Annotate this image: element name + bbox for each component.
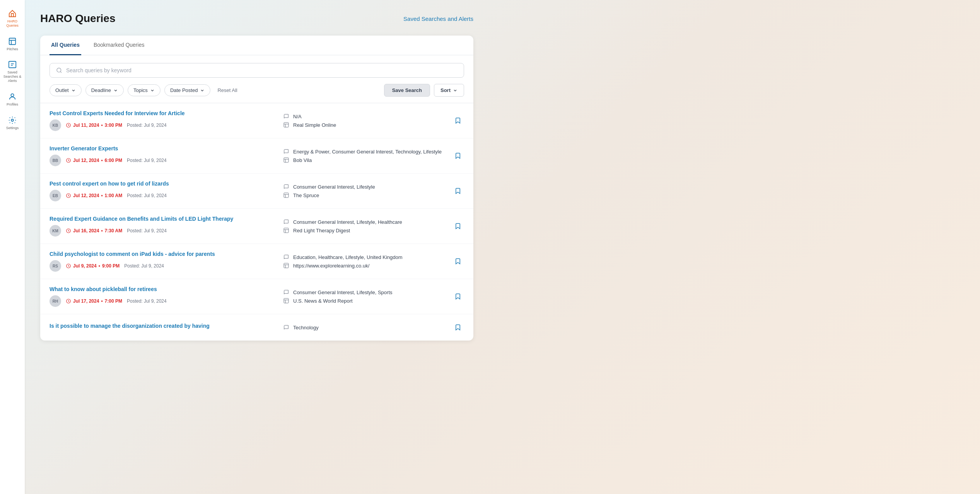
save-search-button[interactable]: Save Search (384, 84, 430, 97)
deadline-badge: Jul 12, 2024 • 6:00 PM (66, 158, 122, 163)
saved-searches-link[interactable]: Saved Searches and Alerts (403, 15, 473, 22)
date-posted-filter[interactable]: Date Posted (164, 84, 211, 96)
topics-filter[interactable]: Topics (128, 84, 160, 96)
outlet-icon (283, 122, 289, 128)
sidebar-item-pitches[interactable]: Pitches (2, 34, 23, 55)
clock-icon (66, 228, 71, 233)
avatar: RH (50, 295, 61, 307)
outlet-text: Real Simple Online (293, 122, 336, 128)
table-row: What to know about pickleball for retire… (40, 279, 473, 314)
bookmark-button[interactable] (452, 255, 464, 267)
search-bar (50, 63, 464, 78)
tab-bookmarked-queries[interactable]: Bookmarked Queries (92, 36, 146, 55)
outlet-text: Red Light Therapy Digest (293, 228, 350, 233)
query-main: Pest control expert on how to get rid of… (50, 181, 277, 201)
chevron-down-icon (200, 88, 205, 93)
bookmark-button[interactable] (452, 114, 464, 127)
query-list: Pest Control Experts Needed for Intervie… (40, 103, 473, 341)
profiles-icon (8, 92, 17, 101)
outlet-icon (283, 192, 289, 198)
sort-button[interactable]: Sort (434, 84, 464, 97)
query-details: Education, Healthcare, Lifestyle, United… (283, 254, 446, 269)
query-title[interactable]: Is it possible to manage the disorganiza… (50, 323, 277, 329)
query-title[interactable]: Pest control expert on how to get rid of… (50, 181, 277, 187)
bookmark-button[interactable] (452, 290, 464, 303)
svg-point-4 (57, 68, 61, 72)
detail-row: Technology (283, 324, 446, 330)
query-details: Consumer General Interest, Lifestyle The… (283, 184, 446, 198)
query-main: Is it possible to manage the disorganiza… (50, 323, 277, 332)
detail-row: https://www.explorelearning.co.uk/ (283, 262, 446, 269)
query-title[interactable]: What to know about pickleball for retire… (50, 286, 277, 292)
outlet-icon (283, 157, 289, 163)
avatar: EB (50, 190, 61, 201)
sidebar-item-haro-queries[interactable]: HARO Queries (2, 6, 23, 31)
topics-text: Consumer General Interest, Lifestyle (293, 184, 375, 190)
svg-rect-14 (284, 263, 289, 268)
query-meta: RH Jul 17, 2024 • 7:00 PM Posted: Jul 9,… (50, 295, 277, 307)
bookmark-icon (454, 187, 461, 194)
tab-all-queries[interactable]: All Queries (50, 36, 81, 55)
table-row: Inverter Generator Experts BB Jul 12, 20… (40, 138, 473, 174)
query-title[interactable]: Pest Control Experts Needed for Intervie… (50, 110, 277, 116)
svg-rect-0 (9, 38, 16, 44)
bookmark-icon (454, 117, 461, 124)
topics-text: N/A (293, 114, 302, 119)
query-main: Child psychologist to comment on iPad ki… (50, 251, 277, 272)
posted-text: Posted: Jul 9, 2024 (127, 158, 167, 163)
avatar: RS (50, 260, 61, 272)
search-input[interactable] (66, 67, 458, 73)
book-icon (283, 148, 289, 155)
detail-row: Real Simple Online (283, 122, 446, 128)
topics-text: Technology (293, 325, 319, 330)
bookmark-button[interactable] (452, 220, 464, 232)
table-row: Required Expert Guidance on Benefits and… (40, 209, 473, 244)
bookmark-icon (454, 293, 461, 300)
detail-row: Education, Healthcare, Lifestyle, United… (283, 254, 446, 260)
sidebar-item-profiles[interactable]: Profiles (2, 89, 23, 110)
tabs-bar: All Queries Bookmarked Queries (40, 36, 473, 55)
chevron-down-icon (71, 88, 76, 93)
outlet-icon (283, 227, 289, 233)
deadline-badge: Jul 9, 2024 • 9:00 PM (66, 263, 120, 269)
outlet-filter[interactable]: Outlet (50, 84, 82, 96)
sidebar-item-saved-searches[interactable]: Saved Searches & Alerts (2, 57, 23, 86)
bookmark-button[interactable] (452, 150, 464, 162)
filters-section: Outlet Deadline Topics Date Posted Reset… (40, 55, 473, 103)
query-details: Consumer General Interest, Lifestyle, Sp… (283, 289, 446, 304)
bookmark-button[interactable] (452, 185, 464, 197)
bookmark-button[interactable] (452, 321, 464, 334)
deadline-filter[interactable]: Deadline (85, 84, 124, 96)
topics-text: Education, Healthcare, Lifestyle, United… (293, 254, 403, 260)
clock-icon (66, 158, 71, 163)
search-icon (56, 67, 62, 73)
avatar: KB (50, 119, 61, 131)
page-title: HARO Queries (40, 12, 116, 25)
query-title[interactable]: Child psychologist to comment on iPad ki… (50, 251, 277, 257)
deadline-badge: Jul 16, 2024 • 7:30 AM (66, 228, 122, 233)
detail-row: N/A (283, 113, 446, 119)
chevron-down-icon (150, 88, 155, 93)
chevron-down-icon (453, 88, 458, 93)
detail-row: Consumer General Interest, Lifestyle (283, 184, 446, 190)
topics-text: Consumer General Interest, Lifestyle, Sp… (293, 290, 393, 295)
main-content: HARO Queries Saved Searches and Alerts A… (25, 0, 489, 494)
detail-row: The Spruce (283, 192, 446, 198)
saved-searches-icon (8, 60, 17, 69)
query-title[interactable]: Required Expert Guidance on Benefits and… (50, 216, 277, 222)
settings-icon (8, 116, 17, 124)
reset-all-button[interactable]: Reset All (214, 85, 240, 96)
detail-row: Consumer General Interest, Lifestyle, Sp… (283, 289, 446, 295)
book-icon (283, 254, 289, 260)
svg-point-3 (11, 119, 14, 121)
sidebar-item-settings[interactable]: Settings (2, 113, 23, 133)
posted-text: Posted: Jul 9, 2024 (127, 193, 167, 198)
svg-rect-8 (284, 158, 289, 162)
book-icon (283, 289, 289, 295)
home-icon (8, 9, 17, 18)
outlet-icon (283, 298, 289, 304)
table-row: Pest control expert on how to get rid of… (40, 174, 473, 209)
query-title[interactable]: Inverter Generator Experts (50, 145, 277, 152)
svg-rect-16 (284, 298, 289, 303)
pitches-icon (8, 37, 17, 46)
